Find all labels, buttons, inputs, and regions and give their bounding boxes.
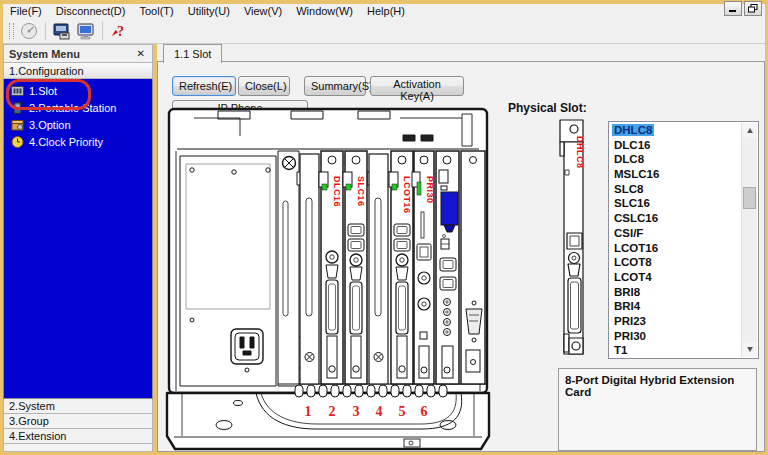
section-label: 2.System [9, 400, 55, 412]
cabinet-card-label: LCOT16 [402, 176, 412, 214]
restore-button[interactable] [744, 1, 762, 16]
list-item-bri8[interactable]: BRI8 [609, 285, 742, 300]
list-item-text: SLC8 [612, 183, 645, 195]
slot-number-3: 3 [353, 404, 360, 419]
summary-button[interactable]: Summary(S) [304, 76, 366, 96]
status-led [417, 182, 421, 195]
list-item-pri23[interactable]: PRI23 [609, 314, 742, 329]
list-item-text: PRI30 [612, 330, 648, 342]
list-item-text: LCOT8 [612, 256, 654, 268]
minimize-icon [729, 5, 738, 13]
list-item-text: SLC16 [612, 197, 652, 209]
scroll-down-button[interactable] [742, 342, 757, 357]
list-item-text: DHLC8 [612, 124, 654, 136]
tree-item-slot[interactable]: 1.Slot [4, 82, 152, 99]
physical-card-label: DHLC8 [575, 136, 585, 169]
minimize-button[interactable] [724, 1, 742, 16]
cabinet-right-panel [461, 151, 485, 384]
list-item-text: CSLC16 [612, 212, 660, 224]
list-item-text: BRI4 [612, 300, 642, 312]
tab-label: 1.1 Slot [174, 48, 211, 60]
usb-connector [441, 192, 458, 225]
card-type-list: DHLC8 DLC16 DLC8 MSLC16 SLC8 SLC16 CSLC1… [609, 123, 742, 358]
toolbar-separator [45, 22, 46, 40]
list-item-text: BRI8 [612, 286, 642, 298]
slot-icon [11, 84, 24, 97]
list-item-text: LCOT4 [612, 271, 654, 283]
close-button[interactable]: Close(L) [238, 76, 290, 96]
menu-disconnect[interactable]: Disconnect(D) [49, 4, 133, 19]
sidebar-header: System Menu ✕ [3, 44, 153, 63]
section-label: 3.Group [9, 415, 49, 427]
menu-file[interactable]: File(F) [3, 4, 49, 19]
physical-slot-label: Physical Slot: [508, 101, 587, 115]
pc-programming-icon[interactable] [74, 19, 98, 43]
list-item-text: MSLC16 [612, 168, 661, 180]
status-led [392, 184, 397, 190]
slot-number-1: 1 [305, 404, 312, 419]
list-item-cslc16[interactable]: CSLC16 [609, 211, 742, 226]
scroll-up-button[interactable] [742, 123, 757, 138]
list-item-dlc16[interactable]: DLC16 [609, 138, 742, 153]
status-led [346, 184, 351, 190]
sidebar-section-group[interactable]: 3.Group [3, 414, 153, 429]
list-item-text: LCOT16 [612, 242, 660, 254]
cabinet-drawing: DLC16 [164, 106, 492, 452]
sidebar-section-extension[interactable]: 4.Extension [3, 429, 153, 444]
toolbar: ? [3, 19, 765, 44]
tab-slot[interactable]: 1.1 Slot [163, 44, 222, 63]
list-item-text: DLC8 [612, 153, 646, 165]
list-item-lcot4[interactable]: LCOT4 [609, 270, 742, 285]
sidebar-section-configuration[interactable]: 1.Configuration [3, 63, 153, 79]
list-item-lcot8[interactable]: LCOT8 [609, 255, 742, 270]
cabinet-card-label: PRI30 [425, 176, 435, 204]
activation-key-button[interactable]: Activation Key(A) [370, 76, 464, 96]
tree-item-option[interactable]: 3.Option [4, 116, 152, 133]
connect-gauge-icon[interactable] [17, 19, 41, 43]
list-item-text: PRI23 [612, 315, 648, 327]
slot-number-6: 6 [421, 404, 428, 419]
list-item-dlc8[interactable]: DLC8 [609, 152, 742, 167]
tree-item-portable-station[interactable]: 2.Portable Station [4, 99, 152, 116]
menu-utility[interactable]: Utility(U) [181, 4, 237, 19]
tree-item-label: 1.Slot [29, 85, 57, 97]
list-item-slc16[interactable]: SLC16 [609, 196, 742, 211]
list-item-csif[interactable]: CSI/F [609, 226, 742, 241]
list-item-t1[interactable]: T1 [609, 343, 742, 358]
tree-item-label: 4.Clock Priority [29, 136, 103, 148]
section-label: 4.Extension [9, 430, 66, 442]
application-window: File(F) Disconnect(D) Tool(T) Utility(U)… [0, 0, 768, 455]
clock-priority-icon [11, 135, 24, 148]
menu-view[interactable]: View(V) [237, 4, 289, 19]
cabinet-processor-card [436, 151, 459, 384]
list-item-text: T1 [612, 344, 629, 356]
slot-number-4: 4 [376, 404, 383, 419]
refresh-button[interactable]: Refresh(E) [172, 76, 236, 96]
tree-item-clock-priority[interactable]: 4.Clock Priority [4, 133, 152, 150]
portable-station-icon [11, 101, 24, 114]
list-item-lcot16[interactable]: LCOT16 [609, 241, 742, 256]
chevron-up-icon [747, 128, 753, 133]
window-controls [724, 1, 762, 16]
list-item-bri4[interactable]: BRI4 [609, 299, 742, 314]
sidebar: System Menu ✕ 1.Configuration 1.Slot 2.P… [3, 44, 153, 452]
list-item-dhlc8[interactable]: DHLC8 [609, 123, 742, 138]
sidebar-section-system[interactable]: 2.System [3, 399, 153, 414]
list-scrollbar[interactable] [741, 123, 757, 357]
chevron-down-icon [747, 347, 753, 352]
list-item-text: DLC16 [612, 139, 652, 151]
help-icon[interactable]: ? [107, 19, 131, 43]
tree-item-label: 2.Portable Station [29, 102, 116, 114]
backup-utility-icon[interactable] [50, 19, 74, 43]
list-item-pri30[interactable]: PRI30 [609, 329, 742, 344]
menu-window[interactable]: Window(W) [289, 4, 360, 19]
section-label: 1.Configuration [9, 65, 84, 77]
sidebar-close-icon[interactable]: ✕ [135, 48, 147, 59]
menu-help[interactable]: Help(H) [360, 4, 412, 19]
list-item-mslc16[interactable]: MSLC16 [609, 167, 742, 182]
list-item-slc8[interactable]: SLC8 [609, 182, 742, 197]
restore-icon [748, 4, 758, 13]
main-area: 1.1 Slot Refresh(E) Close(L) Summary(S) … [157, 44, 765, 452]
menu-tool[interactable]: Tool(T) [132, 4, 180, 19]
scrollbar-thumb[interactable] [743, 187, 756, 209]
